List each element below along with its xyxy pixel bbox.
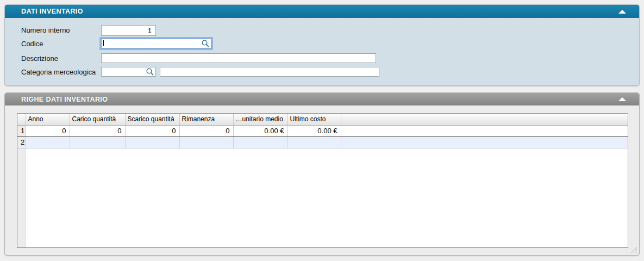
resize-grip-icon[interactable] xyxy=(630,246,637,253)
cell-anno[interactable] xyxy=(26,136,70,148)
codice-field-wrap xyxy=(101,39,211,48)
row-number[interactable]: 2 xyxy=(17,136,26,148)
panel-header-righe-dati-inventario[interactable]: RIGHE DATI INVENTARIO xyxy=(5,93,639,105)
cell-carico-quantita[interactable] xyxy=(70,136,125,148)
cell-ultimo-costo[interactable]: 0.00 € xyxy=(287,125,341,136)
numero-interno-field[interactable] xyxy=(101,25,156,36)
cell-carico-quantita[interactable]: 0 xyxy=(70,125,125,136)
categoria-code-field[interactable] xyxy=(101,67,156,77)
panel-header-dati-inventario[interactable]: DATI INVENTARIO xyxy=(5,5,639,18)
numero-interno-label: Numero interno xyxy=(21,26,70,35)
cell-unitario-medio[interactable]: 0.00 € xyxy=(233,125,287,136)
codice-field[interactable] xyxy=(101,39,211,48)
collapse-triangle-up-icon[interactable] xyxy=(618,10,626,14)
collapse-triangle-up-icon[interactable] xyxy=(618,97,626,101)
grid-corner-cell xyxy=(17,114,26,125)
row-number[interactable]: 1 xyxy=(17,125,26,136)
cell-filler[interactable] xyxy=(341,125,628,136)
cell-rimanenza[interactable]: 0 xyxy=(179,125,233,136)
cell-anno[interactable]: 0 xyxy=(26,125,70,136)
column-header-rimanenza[interactable]: Rimanenza xyxy=(179,114,233,125)
cell-scarico-quantita[interactable]: 0 xyxy=(125,125,179,136)
categoria-code-field-wrap xyxy=(101,67,156,77)
inventory-rows-grid: Anno Carico quantità Scarico quantità Ri… xyxy=(17,113,628,248)
codice-label: Codice xyxy=(21,39,43,49)
cell-ultimo-costo[interactable] xyxy=(287,136,341,148)
panel-title-dati-inventario: DATI INVENTARIO xyxy=(21,8,618,15)
cell-filler[interactable] xyxy=(341,136,628,148)
cell-unitario-medio[interactable] xyxy=(233,136,287,148)
text-caret xyxy=(103,40,104,46)
column-header-scarico-quantita[interactable]: Scarico quantità xyxy=(125,114,179,125)
panel-dati-inventario: DATI INVENTARIO Numero interno Codice De… xyxy=(4,4,640,86)
table-row[interactable]: 1 0 0 0 0 0.00 € 0.00 € xyxy=(17,125,628,136)
column-header-unitario-medio[interactable]: …unitario medio xyxy=(233,114,287,125)
panel-righe-dati-inventario: RIGHE DATI INVENTARIO Anno Carico quanti… xyxy=(4,92,640,256)
column-header-ultimo-costo[interactable]: Ultimo costo xyxy=(287,114,341,125)
descrizione-label: Descrizione xyxy=(21,54,58,64)
categoria-description-field[interactable] xyxy=(160,67,379,77)
table-row[interactable]: 2 xyxy=(17,136,628,148)
panel-title-righe-dati-inventario: RIGHE DATI INVENTARIO xyxy=(21,96,618,103)
categoria-merceologica-label: Categoria merceologica xyxy=(21,67,96,77)
column-header-anno[interactable]: Anno xyxy=(26,114,70,125)
cell-scarico-quantita[interactable] xyxy=(125,136,179,148)
column-header-carico-quantita[interactable]: Carico quantità xyxy=(70,114,125,125)
descrizione-field[interactable] xyxy=(101,53,376,63)
column-header-filler xyxy=(341,114,628,125)
grid-header-row: Anno Carico quantità Scarico quantità Ri… xyxy=(17,114,628,125)
cell-rimanenza[interactable] xyxy=(179,136,233,148)
